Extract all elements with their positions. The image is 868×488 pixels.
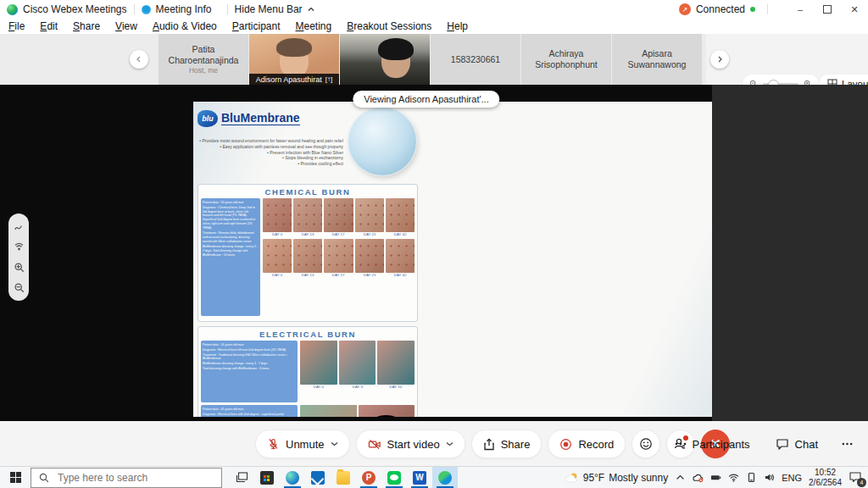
wifi-icon[interactable]	[728, 472, 739, 483]
participant-tile[interactable]: 1583230661	[431, 34, 520, 85]
action-center-button[interactable]: 4	[849, 471, 864, 485]
participants-button[interactable]: Participants	[662, 430, 761, 458]
clock-date: 2/6/2564	[809, 478, 842, 488]
more-panels-button[interactable]	[832, 430, 861, 458]
taskbar-app-webex[interactable]	[432, 467, 458, 488]
case-info-box: Patient data : 14 years old manDiagnosis…	[201, 341, 298, 402]
participant-face	[280, 42, 309, 78]
day-label: DAY 21	[360, 232, 378, 236]
word-icon: W	[413, 471, 426, 485]
notification-badge: 4	[857, 478, 866, 487]
taskbar-search[interactable]	[31, 468, 222, 488]
onedrive-error-icon[interactable]	[693, 472, 704, 483]
chevron-down-icon	[446, 441, 453, 446]
product-bullet: • Provides moist wound environment for f…	[198, 138, 343, 144]
menu-breakout-sessions[interactable]: Breakout Sessions	[347, 20, 431, 32]
record-button[interactable]: Record	[548, 430, 626, 458]
case-photo: DAY 17	[324, 198, 353, 237]
taskbar-app-mail[interactable]	[305, 467, 331, 488]
record-label: Record	[578, 438, 614, 451]
file-explorer-icon	[337, 471, 350, 485]
language-indicator[interactable]: ENG	[782, 473, 802, 483]
webex-icon	[438, 471, 452, 485]
divider	[227, 4, 228, 14]
scroll-left-button[interactable]	[130, 50, 148, 69]
taskbar-app-word[interactable]: W	[407, 467, 432, 488]
pointer-tool-icon[interactable]	[14, 241, 25, 252]
wound-photo	[339, 341, 376, 385]
chevron-left-icon	[136, 56, 142, 63]
weather-icon	[565, 472, 579, 484]
filmstrip-tiles: Patita CharoentanajindaHost, meAdisorn A…	[159, 34, 702, 85]
menu-file[interactable]: File	[8, 20, 25, 32]
participant-name: 1583230661	[451, 54, 500, 65]
case-info-line: Treatment : Remove bleb, debridement and…	[203, 230, 259, 243]
windows-taskbar: P W 95°F Mostly sunny ENG 10:52 2/6/2564	[0, 466, 868, 488]
wound-photo	[355, 239, 384, 273]
case-info-line: Patient data : 45 years old man	[203, 407, 296, 411]
maximize-button[interactable]	[814, 0, 841, 19]
wound-photo	[263, 239, 292, 273]
zoom-in-tool-icon[interactable]	[14, 262, 25, 273]
wound-photo	[377, 341, 415, 385]
wound-photo	[355, 198, 384, 232]
minimize-button[interactable]: –	[787, 0, 814, 19]
menu-help[interactable]: Help	[447, 20, 468, 32]
taskbar-app-powerpoint[interactable]: P	[356, 467, 381, 488]
wound-photo	[324, 198, 353, 232]
chat-label: Chat	[795, 438, 818, 451]
speaker-icon[interactable]	[764, 472, 775, 483]
case-photo: DAY 13	[293, 198, 322, 237]
product-bullet: • Provides cooling effect	[198, 161, 343, 167]
case-info-line: Treatment : Traditional dressing SSD Sil…	[203, 352, 296, 361]
close-button[interactable]: ✕	[841, 0, 868, 19]
product-bullets-text: • Provides moist wound environment for f…	[198, 138, 343, 167]
share-label: Share	[501, 438, 531, 451]
case-photo: DAY 21	[355, 239, 384, 278]
tray-expand-button[interactable]	[675, 472, 686, 483]
phone-link-icon[interactable]	[746, 472, 757, 483]
taskbar-app-line[interactable]	[381, 467, 407, 488]
menu-participant[interactable]: Participant	[232, 20, 281, 32]
mic-muted-icon	[267, 438, 280, 451]
task-view-button[interactable]	[229, 467, 254, 488]
case-photo: DAY 3	[339, 341, 376, 390]
taskbar-clock[interactable]: 10:52 2/6/2564	[809, 468, 842, 488]
taskbar-app-edge[interactable]	[280, 467, 305, 488]
menu-audio-video[interactable]: Audio & Video	[153, 20, 217, 32]
start-button[interactable]	[0, 467, 31, 488]
share-button[interactable]: Share	[471, 430, 542, 458]
case-photo: DAY 17	[324, 239, 353, 278]
case-photo: DAY 13	[293, 239, 322, 278]
scroll-right-button[interactable]	[710, 50, 729, 69]
menu-share[interactable]: Share	[73, 20, 100, 32]
divider	[767, 4, 768, 14]
participant-tile[interactable]: Achiraya Srisophonphunt	[521, 34, 611, 85]
meeting-info-button[interactable]: Meeting Info	[142, 3, 212, 15]
taskbar-app-file-explorer[interactable]	[331, 467, 356, 488]
participant-tile[interactable]: Patita CharoentanajindaHost, me	[159, 34, 248, 85]
zoom-out-tool-icon[interactable]	[14, 282, 25, 293]
taskbar-weather[interactable]: 95°F Mostly sunny	[565, 472, 669, 484]
blu-logo-icon: blu	[198, 110, 218, 127]
powerpoint-icon: P	[362, 471, 376, 485]
menu-meeting[interactable]: Meeting	[296, 20, 332, 32]
unmute-button[interactable]: Unmute	[255, 430, 350, 458]
day-label: DAY 3	[346, 385, 369, 388]
taskbar-app-store[interactable]	[254, 467, 280, 488]
reactions-button[interactable]	[632, 430, 660, 458]
hide-menu-bar-button[interactable]: Hide Menu Bar	[235, 3, 314, 15]
participant-tile[interactable]: Apisara Suwannawong	[612, 34, 702, 85]
clock-time: 10:52	[809, 468, 842, 478]
poster-section-title: ELECTRICAL BURN	[201, 330, 415, 339]
battery-icon[interactable]	[710, 472, 721, 483]
start-video-button[interactable]: Start video	[356, 430, 465, 458]
participant-tile[interactable]: Adisorn Apasuthirat[↑]	[249, 34, 339, 85]
chat-button[interactable]: Chat	[765, 430, 829, 458]
search-input[interactable]	[56, 471, 195, 485]
annotate-tool-icon[interactable]	[14, 221, 25, 232]
case-info-text: Patient data : 14 years old manDiagnosis…	[203, 342, 296, 370]
menu-edit[interactable]: Edit	[40, 20, 58, 32]
menu-view[interactable]: View	[115, 20, 137, 32]
participant-tile[interactable]	[340, 34, 430, 85]
